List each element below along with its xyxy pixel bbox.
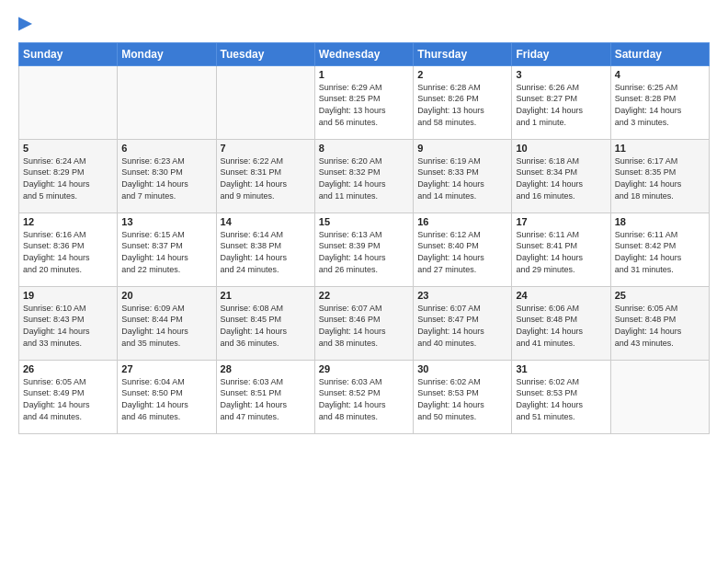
week-row-0: 1Sunrise: 6:29 AMSunset: 8:25 PMDaylight… — [19, 65, 710, 139]
day-info: Sunrise: 6:25 AM — [615, 82, 705, 94]
day-number: 21 — [221, 290, 311, 301]
day-number: 30 — [417, 363, 507, 374]
day-info: and 27 minutes. — [417, 264, 507, 276]
day-info: and 35 minutes. — [121, 338, 211, 350]
day-info: Daylight: 14 hours — [516, 399, 606, 411]
day-info: Daylight: 14 hours — [417, 326, 507, 338]
day-info: Sunrise: 6:22 AM — [221, 155, 311, 167]
day-info: Sunrise: 6:26 AM — [516, 82, 606, 94]
day-cell: 9Sunrise: 6:19 AMSunset: 8:33 PMDaylight… — [414, 139, 512, 213]
day-number: 23 — [417, 290, 507, 301]
day-info: Sunrise: 6:08 AM — [221, 303, 311, 315]
day-cell: 3Sunrise: 6:26 AMSunset: 8:27 PMDaylight… — [512, 65, 610, 139]
day-info: Sunset: 8:53 PM — [417, 387, 507, 399]
day-number: 14 — [221, 216, 311, 227]
weekday-thursday: Thursday — [414, 42, 512, 65]
day-number: 9 — [417, 143, 507, 154]
day-info: Daylight: 14 hours — [121, 326, 211, 338]
day-number: 15 — [319, 216, 409, 227]
day-cell: 22Sunrise: 6:07 AMSunset: 8:46 PMDayligh… — [314, 286, 413, 360]
day-info: and 11 minutes. — [319, 190, 409, 202]
day-number: 20 — [121, 290, 211, 301]
day-number: 24 — [516, 290, 606, 301]
day-info: Sunset: 8:37 PM — [121, 240, 211, 252]
day-info: Sunset: 8:28 PM — [615, 93, 705, 105]
day-number: 31 — [516, 363, 606, 374]
logo-text: ▶ — [18, 15, 31, 33]
day-info: Daylight: 14 hours — [516, 105, 606, 117]
day-cell: 27Sunrise: 6:04 AMSunset: 8:50 PMDayligh… — [118, 360, 216, 433]
day-number: 3 — [516, 69, 606, 80]
day-number: 1 — [319, 69, 409, 80]
day-cell — [216, 65, 314, 139]
day-cell: 4Sunrise: 6:25 AMSunset: 8:28 PMDaylight… — [610, 65, 709, 139]
day-info: and 26 minutes. — [319, 264, 409, 276]
day-number: 22 — [319, 290, 409, 301]
day-info: Sunrise: 6:07 AM — [417, 303, 507, 315]
day-cell: 23Sunrise: 6:07 AMSunset: 8:47 PMDayligh… — [414, 286, 512, 360]
day-info: Daylight: 14 hours — [319, 326, 409, 338]
day-number: 10 — [516, 143, 606, 154]
header: ▶ — [18, 15, 710, 33]
day-info: Sunset: 8:47 PM — [417, 314, 507, 326]
day-info: Sunset: 8:33 PM — [417, 167, 507, 178]
day-info: and 5 minutes. — [23, 190, 113, 202]
day-cell — [118, 65, 216, 139]
day-cell: 5Sunrise: 6:24 AMSunset: 8:29 PMDaylight… — [19, 139, 118, 213]
day-info: Sunrise: 6:11 AM — [615, 229, 705, 241]
day-info: Sunset: 8:29 PM — [23, 167, 113, 178]
day-info: and 24 minutes. — [221, 264, 311, 276]
day-info: Sunset: 8:45 PM — [221, 314, 311, 326]
day-info: and 47 minutes. — [221, 411, 311, 423]
day-cell: 12Sunrise: 6:16 AMSunset: 8:36 PMDayligh… — [19, 213, 118, 286]
day-info: Daylight: 14 hours — [121, 399, 211, 411]
calendar: SundayMondayTuesdayWednesdayThursdayFrid… — [18, 42, 710, 434]
day-info: and 48 minutes. — [319, 411, 409, 423]
day-info: Sunrise: 6:06 AM — [516, 303, 606, 315]
day-info: Sunset: 8:26 PM — [417, 93, 507, 105]
day-info: Sunrise: 6:12 AM — [417, 229, 507, 241]
day-info: Daylight: 14 hours — [221, 252, 311, 264]
day-info: Sunrise: 6:20 AM — [319, 155, 409, 167]
day-info: Sunrise: 6:05 AM — [23, 376, 113, 388]
weekday-tuesday: Tuesday — [216, 42, 314, 65]
day-number: 12 — [23, 216, 113, 227]
day-info: and 18 minutes. — [615, 190, 705, 202]
day-info: Sunrise: 6:24 AM — [23, 155, 113, 167]
day-info: Sunrise: 6:19 AM — [417, 155, 507, 167]
day-info: Sunrise: 6:29 AM — [319, 82, 409, 94]
day-info: Sunset: 8:52 PM — [319, 387, 409, 399]
day-number: 6 — [121, 143, 211, 154]
day-cell: 18Sunrise: 6:11 AMSunset: 8:42 PMDayligh… — [610, 213, 709, 286]
day-info: and 33 minutes. — [23, 338, 113, 350]
day-info: Sunrise: 6:10 AM — [23, 303, 113, 315]
day-info: Sunrise: 6:04 AM — [121, 376, 211, 388]
day-info: Sunset: 8:51 PM — [221, 387, 311, 399]
day-info: and 20 minutes. — [23, 264, 113, 276]
day-cell: 7Sunrise: 6:22 AMSunset: 8:31 PMDaylight… — [216, 139, 314, 213]
day-number: 29 — [319, 363, 409, 374]
day-cell: 15Sunrise: 6:13 AMSunset: 8:39 PMDayligh… — [314, 213, 413, 286]
weekday-saturday: Saturday — [610, 42, 709, 65]
day-info: Daylight: 14 hours — [516, 178, 606, 190]
day-info: and 38 minutes. — [319, 338, 409, 350]
day-info: and 1 minute. — [516, 117, 606, 129]
day-cell — [19, 65, 118, 139]
day-info: Daylight: 14 hours — [516, 252, 606, 264]
day-info: and 44 minutes. — [23, 411, 113, 423]
day-info: and 16 minutes. — [516, 190, 606, 202]
day-cell: 2Sunrise: 6:28 AMSunset: 8:26 PMDaylight… — [414, 65, 512, 139]
day-cell: 30Sunrise: 6:02 AMSunset: 8:53 PMDayligh… — [414, 360, 512, 433]
day-info: Daylight: 14 hours — [319, 252, 409, 264]
day-info: Daylight: 13 hours — [417, 105, 507, 117]
day-cell: 6Sunrise: 6:23 AMSunset: 8:30 PMDaylight… — [118, 139, 216, 213]
day-number: 25 — [615, 290, 705, 301]
day-info: Daylight: 14 hours — [417, 399, 507, 411]
day-cell: 14Sunrise: 6:14 AMSunset: 8:38 PMDayligh… — [216, 213, 314, 286]
weekday-header-row: SundayMondayTuesdayWednesdayThursdayFrid… — [19, 42, 710, 65]
week-row-3: 19Sunrise: 6:10 AMSunset: 8:43 PMDayligh… — [19, 286, 710, 360]
day-cell: 24Sunrise: 6:06 AMSunset: 8:48 PMDayligh… — [512, 286, 610, 360]
day-info: Sunrise: 6:14 AM — [221, 229, 311, 241]
day-info: Sunset: 8:53 PM — [516, 387, 606, 399]
day-info: and 46 minutes. — [121, 411, 211, 423]
